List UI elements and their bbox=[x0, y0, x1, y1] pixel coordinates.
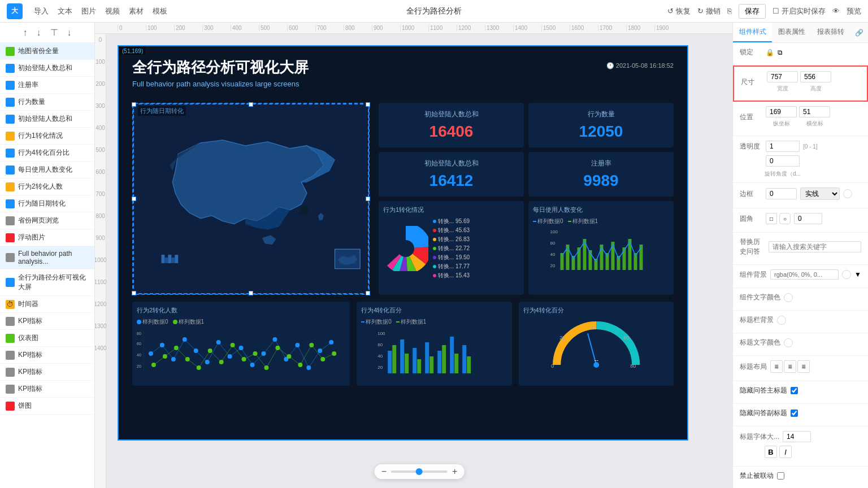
svg-text:100: 100 bbox=[377, 331, 385, 336]
height-input[interactable] bbox=[800, 71, 831, 82]
chart-icon bbox=[6, 278, 15, 287]
kpi-card-3: 初始登陆人数总和 16412 bbox=[379, 152, 524, 197]
sidebar-item-kpi1[interactable]: 初始登陆人数总和 bbox=[0, 60, 94, 77]
hide-sub-title-checkbox[interactable] bbox=[791, 409, 798, 417]
canvas-content[interactable]: (51,169) 全行为路径分析可视化大屏 Full behavior path… bbox=[118, 45, 688, 441]
ruler-mark: 0 bbox=[118, 25, 146, 31]
lock-icon[interactable]: 🔒 bbox=[766, 49, 774, 56]
ruler-mark: 100 bbox=[146, 25, 174, 31]
menu-text[interactable]: 文本 bbox=[58, 6, 72, 16]
tab-chart-props[interactable]: 图表属性 bbox=[772, 23, 811, 42]
y-input[interactable] bbox=[799, 106, 830, 117]
sidebar-item-map[interactable]: 地图省份全量 bbox=[0, 43, 94, 60]
sidebar-item-daily[interactable]: 每日使用人数变化 bbox=[0, 162, 94, 178]
sidebar-item-kpi4[interactable]: 初始登陆人数总和 bbox=[0, 111, 94, 128]
download-button[interactable]: ↓ bbox=[67, 28, 72, 38]
tab-component-style[interactable]: 组件样式 bbox=[733, 23, 772, 42]
sidebar-item-label: 初始登陆人数总和 bbox=[18, 63, 72, 73]
border-color-btn[interactable] bbox=[843, 189, 852, 198]
sidebar-item-gauge[interactable]: 仪表图 bbox=[0, 330, 94, 347]
sidebar-item-kpi8[interactable]: KPI指标 bbox=[0, 381, 94, 398]
zoom-in-button[interactable]: + bbox=[452, 467, 457, 477]
menu-video[interactable]: 视频 bbox=[105, 6, 120, 16]
sidebar-item-fullpath[interactable]: Full behavior path analysis... bbox=[0, 246, 94, 269]
chart-daily: 每日使用人数变化 样列数据0 样列数据1 100 8 bbox=[528, 201, 674, 295]
align-center-btn[interactable]: ≡ bbox=[784, 360, 796, 373]
sidebar-item-timer[interactable]: ⏱ 时间器 bbox=[0, 296, 94, 313]
sidebar-item-kpi2[interactable]: 注册率 bbox=[0, 77, 94, 94]
copy-button[interactable]: ⎘ bbox=[727, 7, 732, 15]
text-color-btn[interactable] bbox=[784, 293, 793, 302]
sidebar-item-transform[interactable]: 行为随日期转化 bbox=[0, 195, 94, 212]
locked-checkbox[interactable] bbox=[777, 472, 784, 480]
sidebar-item-kpi5[interactable]: KPI指标 bbox=[0, 313, 94, 330]
lock-copy-icon[interactable]: ⧉ bbox=[778, 49, 783, 56]
svg-text:20: 20 bbox=[377, 365, 383, 370]
sidebar-item-label: KPI指标 bbox=[18, 350, 42, 360]
bg-color-display: rgba(0%, 0%, 0... bbox=[770, 269, 839, 280]
sidebar-item-behavior2[interactable]: 行为2转化人数 bbox=[0, 178, 94, 195]
move-up-button[interactable]: ↑ bbox=[23, 28, 28, 38]
zoom-bar: − + bbox=[375, 464, 465, 479]
zoom-track[interactable] bbox=[391, 470, 448, 473]
opacity-range: [0 - 1] bbox=[803, 143, 818, 150]
chart-title-2: 每日使用人数变化 bbox=[533, 206, 669, 214]
font-size-input[interactable] bbox=[783, 431, 811, 442]
rotate-input[interactable] bbox=[766, 155, 800, 167]
corner-label: 圆角 bbox=[740, 214, 762, 224]
title-bg-btn[interactable] bbox=[777, 316, 786, 325]
move-down-button[interactable]: ↓ bbox=[37, 28, 41, 38]
zoom-out-button[interactable]: − bbox=[381, 467, 387, 477]
border-input[interactable] bbox=[766, 188, 797, 199]
opacity-label: 透明度 bbox=[740, 142, 762, 151]
opacity-input[interactable] bbox=[766, 141, 800, 152]
corner-input[interactable] bbox=[794, 213, 822, 224]
bg-color-btn[interactable] bbox=[842, 270, 851, 279]
svg-text:40: 40 bbox=[550, 252, 555, 257]
canvas-area[interactable]: (51,169) 全行为路径分析可视化大屏 Full behavior path… bbox=[106, 34, 732, 488]
link-icon[interactable]: 🔗 bbox=[850, 23, 868, 42]
sidebar-item-kpi6[interactable]: KPI指标 bbox=[0, 347, 94, 364]
component-bg-section: 组件背景 rgba(0%, 0%, 0... ▼ bbox=[733, 265, 868, 288]
align-right-btn[interactable]: ≡ bbox=[797, 360, 810, 373]
bg-expand-icon[interactable]: ▼ bbox=[854, 271, 861, 278]
svg-rect-77 bbox=[392, 345, 396, 373]
sidebar-item-browse[interactable]: 省份网页浏览 bbox=[0, 212, 94, 229]
sidebar-item-behavior1[interactable]: 行为1转化情况 bbox=[0, 128, 94, 145]
corner-btn-square[interactable]: □ bbox=[766, 213, 777, 224]
redo-button[interactable]: ↻ 撤销 bbox=[697, 6, 721, 16]
menu-import[interactable]: 导入 bbox=[34, 6, 49, 16]
preview-button[interactable]: 预览 bbox=[847, 6, 861, 16]
italic-button[interactable]: I bbox=[779, 446, 792, 458]
move-top-button[interactable]: ⊤ bbox=[50, 27, 58, 38]
hide-main-title-checkbox[interactable] bbox=[791, 387, 798, 394]
sidebar-item-float[interactable]: 浮动图片 bbox=[0, 229, 94, 246]
ruler-mark: 500 bbox=[259, 25, 287, 31]
china-map[interactable]: 行为随日期转化 bbox=[132, 103, 370, 295]
sidebar-item-percent[interactable]: 行为4转化百分比 bbox=[0, 145, 94, 162]
ruler-left: 0 100 200 300 400 500 600 700 800 900 10… bbox=[95, 34, 106, 488]
sidebar-item-pie[interactable]: 饼图 bbox=[0, 398, 94, 415]
menu-template[interactable]: 模板 bbox=[153, 6, 167, 16]
width-input[interactable] bbox=[767, 71, 798, 82]
x-input[interactable] bbox=[766, 106, 797, 117]
bold-button[interactable]: B bbox=[765, 446, 777, 458]
menu-material[interactable]: 素材 bbox=[129, 6, 144, 16]
save-button[interactable]: 保存 bbox=[739, 4, 766, 19]
border-style-select[interactable]: 实线 bbox=[800, 188, 840, 200]
autosave-toggle[interactable]: ☐ 开启实时保存 bbox=[772, 6, 826, 16]
zoom-thumb[interactable] bbox=[416, 468, 423, 475]
title-text-color-btn[interactable] bbox=[784, 338, 793, 347]
tab-report-filter[interactable]: 报表筛转 bbox=[811, 23, 850, 42]
menu-image[interactable]: 图片 bbox=[81, 6, 96, 16]
ruler-mark: 1300 bbox=[485, 25, 513, 31]
align-left-btn[interactable]: ≡ bbox=[770, 360, 783, 373]
corner-btn-rounded[interactable]: ○ bbox=[779, 213, 791, 224]
sidebar-item-kpi3[interactable]: 行为数量 bbox=[0, 94, 94, 111]
kpi-card-4: 注册率 9989 bbox=[528, 152, 674, 197]
undo-button[interactable]: ↺ 恢复 bbox=[667, 6, 691, 16]
sidebar-item-kpi7[interactable]: KPI指标 bbox=[0, 364, 94, 381]
sidebar-item-title[interactable]: 全行为路径分析可视化大屏 bbox=[0, 269, 94, 296]
history-search[interactable] bbox=[769, 241, 861, 252]
svg-text:80: 80 bbox=[550, 241, 555, 246]
